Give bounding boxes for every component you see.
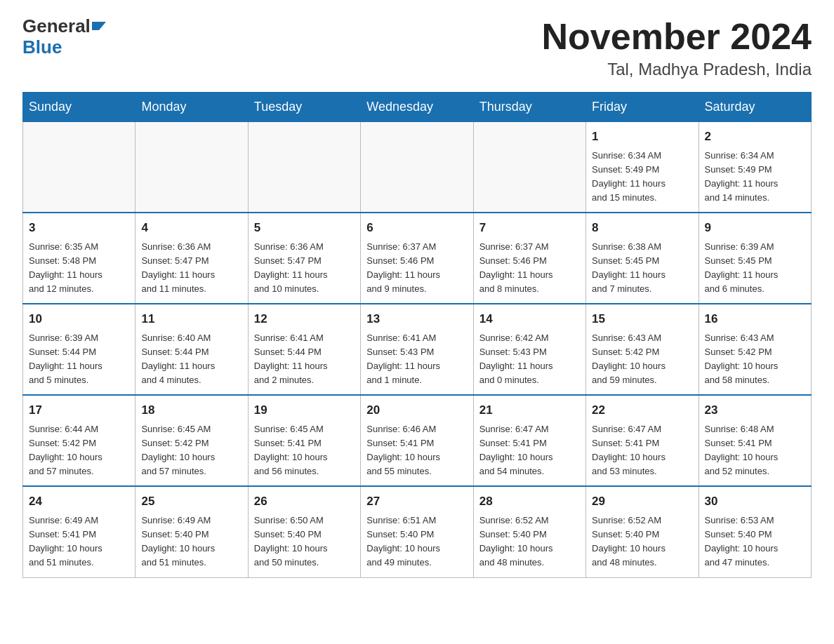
day-number: 23 xyxy=(705,401,805,420)
day-number: 8 xyxy=(592,219,692,237)
day-number: 30 xyxy=(705,492,805,511)
calendar-cell: 18Sunrise: 6:45 AMSunset: 5:42 PMDayligh… xyxy=(135,395,248,486)
day-number: 12 xyxy=(254,310,355,328)
day-number: 25 xyxy=(141,492,241,511)
calendar-cell: 16Sunrise: 6:43 AMSunset: 5:42 PMDayligh… xyxy=(699,304,811,395)
day-number: 14 xyxy=(479,310,580,328)
header-wednesday: Wednesday xyxy=(361,93,473,122)
day-info: Sunrise: 6:49 AMSunset: 5:40 PMDaylight:… xyxy=(141,514,241,570)
calendar-cell xyxy=(248,122,360,213)
weekday-header-row: Sunday Monday Tuesday Wednesday Thursday… xyxy=(23,93,812,122)
calendar-cell: 30Sunrise: 6:53 AMSunset: 5:40 PMDayligh… xyxy=(699,486,811,577)
calendar-cell: 2Sunrise: 6:34 AMSunset: 5:49 PMDaylight… xyxy=(699,122,811,213)
day-number: 2 xyxy=(705,128,805,146)
header-sunday: Sunday xyxy=(23,93,135,122)
header-tuesday: Tuesday xyxy=(248,93,360,122)
day-info: Sunrise: 6:37 AMSunset: 5:46 PMDaylight:… xyxy=(366,240,467,297)
calendar-cell: 17Sunrise: 6:44 AMSunset: 5:42 PMDayligh… xyxy=(23,395,135,486)
day-info: Sunrise: 6:36 AMSunset: 5:47 PMDaylight:… xyxy=(141,240,241,297)
calendar-cell: 10Sunrise: 6:39 AMSunset: 5:44 PMDayligh… xyxy=(23,304,135,395)
logo-blue-text: Blue xyxy=(22,36,62,58)
calendar-cell: 26Sunrise: 6:50 AMSunset: 5:40 PMDayligh… xyxy=(248,486,360,577)
day-number: 18 xyxy=(141,401,241,420)
calendar-cell: 25Sunrise: 6:49 AMSunset: 5:40 PMDayligh… xyxy=(135,486,248,577)
calendar-cell: 19Sunrise: 6:45 AMSunset: 5:41 PMDayligh… xyxy=(248,395,360,486)
calendar-week-row: 17Sunrise: 6:44 AMSunset: 5:42 PMDayligh… xyxy=(23,395,812,486)
day-number: 7 xyxy=(479,219,580,237)
calendar-cell: 7Sunrise: 6:37 AMSunset: 5:46 PMDaylight… xyxy=(473,213,585,304)
day-info: Sunrise: 6:34 AMSunset: 5:49 PMDaylight:… xyxy=(592,149,692,206)
calendar-week-row: 3Sunrise: 6:35 AMSunset: 5:48 PMDaylight… xyxy=(23,213,812,304)
title-area: November 2024 Tal, Madhya Pradesh, India xyxy=(542,17,812,79)
day-number: 16 xyxy=(705,310,805,328)
day-info: Sunrise: 6:52 AMSunset: 5:40 PMDaylight:… xyxy=(479,514,580,570)
location-subtitle: Tal, Madhya Pradesh, India xyxy=(542,60,812,79)
calendar-week-row: 1Sunrise: 6:34 AMSunset: 5:49 PMDaylight… xyxy=(23,122,812,213)
calendar-cell: 12Sunrise: 6:41 AMSunset: 5:44 PMDayligh… xyxy=(248,304,360,395)
day-info: Sunrise: 6:51 AMSunset: 5:40 PMDaylight:… xyxy=(366,514,467,570)
calendar-cell: 28Sunrise: 6:52 AMSunset: 5:40 PMDayligh… xyxy=(473,486,585,577)
day-info: Sunrise: 6:41 AMSunset: 5:43 PMDaylight:… xyxy=(366,331,467,388)
day-info: Sunrise: 6:40 AMSunset: 5:44 PMDaylight:… xyxy=(141,331,241,388)
calendar-cell xyxy=(135,122,248,213)
day-info: Sunrise: 6:36 AMSunset: 5:47 PMDaylight:… xyxy=(254,240,355,297)
logo-triangle-icon xyxy=(92,22,106,30)
day-info: Sunrise: 6:45 AMSunset: 5:42 PMDaylight:… xyxy=(141,422,241,479)
calendar-cell: 11Sunrise: 6:40 AMSunset: 5:44 PMDayligh… xyxy=(135,304,248,395)
calendar-cell: 14Sunrise: 6:42 AMSunset: 5:43 PMDayligh… xyxy=(473,304,585,395)
calendar-cell: 23Sunrise: 6:48 AMSunset: 5:41 PMDayligh… xyxy=(699,395,811,486)
calendar-table: Sunday Monday Tuesday Wednesday Thursday… xyxy=(22,92,812,577)
month-title: November 2024 xyxy=(542,17,812,57)
logo-general-text: General xyxy=(22,17,91,35)
day-number: 21 xyxy=(479,401,580,420)
day-info: Sunrise: 6:47 AMSunset: 5:41 PMDaylight:… xyxy=(592,422,692,479)
calendar-cell: 9Sunrise: 6:39 AMSunset: 5:45 PMDaylight… xyxy=(699,213,811,304)
day-info: Sunrise: 6:35 AMSunset: 5:48 PMDaylight:… xyxy=(29,240,129,297)
day-info: Sunrise: 6:34 AMSunset: 5:49 PMDaylight:… xyxy=(705,149,805,206)
day-number: 3 xyxy=(29,219,129,237)
day-info: Sunrise: 6:48 AMSunset: 5:41 PMDaylight:… xyxy=(705,422,805,479)
calendar-cell: 24Sunrise: 6:49 AMSunset: 5:41 PMDayligh… xyxy=(23,486,135,577)
day-info: Sunrise: 6:53 AMSunset: 5:40 PMDaylight:… xyxy=(705,514,805,570)
day-info: Sunrise: 6:37 AMSunset: 5:46 PMDaylight:… xyxy=(479,240,580,297)
day-info: Sunrise: 6:43 AMSunset: 5:42 PMDaylight:… xyxy=(705,331,805,388)
day-number: 6 xyxy=(366,219,467,237)
header-monday: Monday xyxy=(135,93,248,122)
day-info: Sunrise: 6:39 AMSunset: 5:44 PMDaylight:… xyxy=(29,331,129,388)
day-info: Sunrise: 6:42 AMSunset: 5:43 PMDaylight:… xyxy=(479,331,580,388)
header-saturday: Saturday xyxy=(699,93,811,122)
day-info: Sunrise: 6:46 AMSunset: 5:41 PMDaylight:… xyxy=(366,422,467,479)
calendar-cell: 13Sunrise: 6:41 AMSunset: 5:43 PMDayligh… xyxy=(361,304,473,395)
calendar-cell: 15Sunrise: 6:43 AMSunset: 5:42 PMDayligh… xyxy=(586,304,699,395)
day-info: Sunrise: 6:50 AMSunset: 5:40 PMDaylight:… xyxy=(254,514,355,570)
calendar-cell: 20Sunrise: 6:46 AMSunset: 5:41 PMDayligh… xyxy=(361,395,473,486)
calendar-cell: 22Sunrise: 6:47 AMSunset: 5:41 PMDayligh… xyxy=(586,395,699,486)
calendar-cell: 6Sunrise: 6:37 AMSunset: 5:46 PMDaylight… xyxy=(361,213,473,304)
day-info: Sunrise: 6:43 AMSunset: 5:42 PMDaylight:… xyxy=(592,331,692,388)
calendar-cell xyxy=(473,122,585,213)
calendar-cell: 5Sunrise: 6:36 AMSunset: 5:47 PMDaylight… xyxy=(248,213,360,304)
day-info: Sunrise: 6:47 AMSunset: 5:41 PMDaylight:… xyxy=(479,422,580,479)
day-info: Sunrise: 6:44 AMSunset: 5:42 PMDaylight:… xyxy=(29,422,129,479)
day-number: 20 xyxy=(366,401,467,420)
logo: General Blue xyxy=(22,17,106,58)
day-number: 26 xyxy=(254,492,355,511)
day-number: 19 xyxy=(254,401,355,420)
calendar-cell: 1Sunrise: 6:34 AMSunset: 5:49 PMDaylight… xyxy=(586,122,699,213)
day-number: 13 xyxy=(366,310,467,328)
day-number: 29 xyxy=(592,492,692,511)
day-info: Sunrise: 6:39 AMSunset: 5:45 PMDaylight:… xyxy=(705,240,805,297)
calendar-cell: 3Sunrise: 6:35 AMSunset: 5:48 PMDaylight… xyxy=(23,213,135,304)
day-number: 22 xyxy=(592,401,692,420)
calendar-cell: 27Sunrise: 6:51 AMSunset: 5:40 PMDayligh… xyxy=(361,486,473,577)
day-number: 5 xyxy=(254,219,355,237)
day-info: Sunrise: 6:45 AMSunset: 5:41 PMDaylight:… xyxy=(254,422,355,479)
day-number: 1 xyxy=(592,128,692,146)
calendar-cell xyxy=(361,122,473,213)
day-number: 28 xyxy=(479,492,580,511)
calendar-cell xyxy=(23,122,135,213)
calendar-week-row: 10Sunrise: 6:39 AMSunset: 5:44 PMDayligh… xyxy=(23,304,812,395)
day-info: Sunrise: 6:49 AMSunset: 5:41 PMDaylight:… xyxy=(29,514,129,570)
day-info: Sunrise: 6:41 AMSunset: 5:44 PMDaylight:… xyxy=(254,331,355,388)
calendar-cell: 29Sunrise: 6:52 AMSunset: 5:40 PMDayligh… xyxy=(586,486,699,577)
